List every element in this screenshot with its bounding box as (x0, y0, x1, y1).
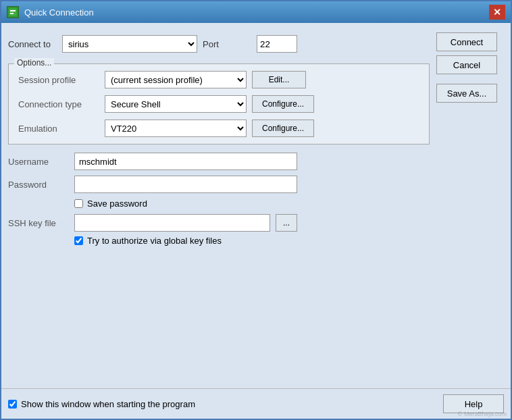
password-row: Password (8, 176, 430, 193)
ssh-key-row: SSH key file ... (8, 214, 430, 232)
connect-to-row: Connect to sirius Port (8, 30, 430, 58)
emulation-select[interactable]: VT220 VT100 ANSI xterm (105, 120, 247, 137)
show-window-row: Show this window when starting the progr… (8, 399, 195, 409)
bottom-bar: Show this window when starting the progr… (1, 388, 511, 419)
options-box: Options... Session profile (current sess… (8, 63, 430, 145)
session-profile-row: Session profile (current session profile… (18, 71, 419, 88)
port-input[interactable] (257, 35, 297, 53)
username-input[interactable] (74, 153, 297, 170)
connection-type-label: Connection type (18, 99, 99, 109)
main-panel: Connect to sirius Port Options... Sessio… (8, 30, 430, 382)
global-key-files-checkbox[interactable] (74, 236, 83, 245)
dialog-title: Quick Connection (24, 7, 94, 18)
options-label: Options... (14, 58, 54, 68)
app-icon (7, 6, 19, 18)
fields-section: Username Password Save password SSH key … (8, 150, 430, 248)
password-label: Password (8, 180, 69, 190)
save-password-checkbox[interactable] (74, 199, 83, 208)
emulation-label: Emulation (18, 124, 99, 134)
save-password-row: Save password (74, 199, 430, 209)
svg-rect-0 (9, 8, 17, 16)
global-key-files-row: Try to authorize via global key files (74, 236, 430, 246)
edit-button[interactable]: Edit... (252, 71, 306, 88)
cancel-button[interactable]: Cancel (436, 55, 497, 74)
connection-type-row: Connection type Secure Shell Telnet Rlog… (18, 95, 419, 113)
global-key-files-label: Try to authorize via global key files (87, 236, 222, 246)
session-profile-label: Session profile (18, 75, 99, 85)
connection-type-configure-button[interactable]: Configure... (252, 95, 314, 113)
connect-to-select[interactable]: sirius (62, 35, 197, 53)
port-label: Port (203, 39, 251, 49)
title-bar: Quick Connection ✕ (1, 1, 511, 23)
title-bar-left: Quick Connection (7, 6, 94, 18)
username-row: Username (8, 153, 430, 170)
show-window-checkbox[interactable] (8, 400, 17, 409)
quick-connection-dialog: Quick Connection ✕ Connect to sirius Por… (0, 0, 512, 420)
watermark: © MeraBheja.com (458, 411, 507, 417)
username-label: Username (8, 157, 69, 167)
show-window-label: Show this window when starting the progr… (21, 399, 195, 409)
connect-button[interactable]: Connect (436, 32, 497, 51)
save-as-button[interactable]: Save As... (436, 84, 497, 103)
connect-to-label: Connect to (8, 39, 57, 49)
save-password-label: Save password (87, 199, 147, 209)
ssh-key-input[interactable] (74, 214, 270, 232)
close-button[interactable]: ✕ (489, 5, 505, 20)
password-input[interactable] (74, 176, 297, 193)
emulation-row: Emulation VT220 VT100 ANSI xterm Configu… (18, 120, 419, 137)
emulation-configure-button[interactable]: Configure... (252, 120, 314, 137)
ssh-key-label: SSH key file (8, 218, 69, 228)
connection-type-select[interactable]: Secure Shell Telnet Rlogin Raw (105, 95, 247, 113)
browse-button[interactable]: ... (276, 214, 297, 232)
dialog-body: Connect to sirius Port Options... Sessio… (1, 23, 511, 388)
svg-rect-1 (10, 10, 16, 11)
svg-rect-2 (10, 13, 14, 14)
session-profile-select[interactable]: (current session profile) (105, 71, 247, 88)
side-panel: Connect Cancel Save As... (436, 30, 504, 382)
